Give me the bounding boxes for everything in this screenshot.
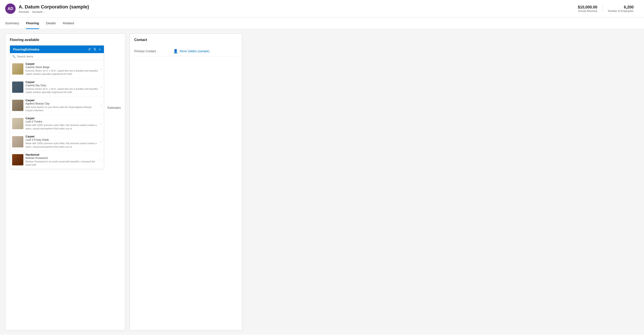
item-info: Carpet Lush II Tundra Made with 100% pre… xyxy=(26,117,98,130)
left-panel: Flooring available FlooringEstimates ↺ ⇅… xyxy=(5,33,125,330)
add-icon[interactable]: + xyxy=(99,48,101,51)
nav-tabs: Summary Flooring Details Related xyxy=(0,18,644,29)
header-title-block: A. Datum Corporation (sample) Account · … xyxy=(18,4,572,14)
contact-title: Contact xyxy=(134,38,238,42)
employees-label: Number of Employees xyxy=(608,10,634,13)
header-stats: $10,000.00 Annual Revenue 6,200 Number o… xyxy=(572,5,639,13)
page-title: A. Datum Corporation (sample) xyxy=(18,4,572,10)
chevron-right-icon: › xyxy=(101,104,102,107)
primary-contact-value[interactable]: 👤 Rene Valdes (sample) xyxy=(173,49,209,54)
flooring-subpanel: FlooringEstimates ↺ ⇅ + 🔍 Carpet Caserta… xyxy=(10,45,104,169)
estimates-label: Estimates xyxy=(108,106,121,109)
item-category: Carpet xyxy=(26,80,98,84)
subpanel-header: FlooringEstimates ↺ ⇅ + xyxy=(10,46,104,53)
header: AD A. Datum Corporation (sample) Account… xyxy=(0,0,644,18)
chevron-right-icon: › xyxy=(101,140,102,143)
item-category: Carpet xyxy=(26,99,98,102)
list-item[interactable]: Carpet Caserta Sky Grey Extreme Series 1… xyxy=(10,78,104,96)
list-item[interactable]: Carpet Ageless Beauty Clay Add some fash… xyxy=(10,96,104,115)
breadcrumb-account2-dropdown[interactable]: Account ⌄ xyxy=(32,10,45,14)
breadcrumb-dot: · xyxy=(30,10,31,14)
avatar: AD xyxy=(5,4,16,14)
item-info: Carpet Caserta Stone Beige Extreme Serie… xyxy=(26,62,98,76)
primary-contact-label: Primary Contact xyxy=(134,49,169,53)
list-item[interactable]: Carpet Lush II Frosty Glade Made with 10… xyxy=(10,133,104,151)
item-name: Lush II Tundra xyxy=(26,120,98,123)
primary-contact-name: Rene Valdes (sample) xyxy=(180,49,209,53)
annual-revenue-label: Annual Revenue xyxy=(578,10,597,13)
item-thumbnail xyxy=(12,82,24,93)
tab-flooring[interactable]: Flooring xyxy=(26,18,39,29)
chevron-right-icon: › xyxy=(101,67,102,71)
item-name: Caserta Sky Grey xyxy=(26,84,98,87)
item-thumbnail xyxy=(12,154,24,165)
item-category: Carpet xyxy=(26,135,98,138)
item-description: Made with 100% premium nylon fiber, this… xyxy=(26,124,98,130)
stat-employees: 6,200 Number of Employees xyxy=(602,5,639,13)
person-icon: 👤 xyxy=(173,49,178,54)
item-name: Ageless Beauty Clay xyxy=(26,102,98,105)
search-input[interactable] xyxy=(17,55,102,58)
item-description: Add some fashion to your floors with the… xyxy=(26,106,98,112)
item-name: Caserta Stone Beige xyxy=(26,66,98,69)
annual-revenue-value: $10,000.00 xyxy=(578,5,597,10)
flooring-available-title: Flooring available xyxy=(10,38,121,42)
stat-annual-revenue: $10,000.00 Annual Revenue xyxy=(572,5,602,13)
chevron-right-icon: › xyxy=(101,122,102,125)
primary-contact-row: Primary Contact 👤 Rene Valdes (sample) xyxy=(134,46,238,56)
item-description: Bolivian Rosewood is an exotic wood with… xyxy=(26,160,98,167)
item-thumbnail xyxy=(12,136,24,147)
items-list: Carpet Caserta Stone Beige Extreme Serie… xyxy=(10,60,104,169)
item-info: Carpet Caserta Sky Grey Extreme Series 1… xyxy=(26,80,98,94)
list-item[interactable]: Carpet Lush II Tundra Made with 100% pre… xyxy=(10,114,104,133)
main-content: Flooring available FlooringEstimates ↺ ⇅… xyxy=(0,29,644,335)
item-description: Made with 100% premium nylon fiber, this… xyxy=(26,142,98,148)
item-name: Lush II Frosty Glade xyxy=(26,138,98,141)
item-category: Hardwood xyxy=(26,153,98,156)
chevron-right-icon: › xyxy=(101,158,102,161)
chevron-down-icon: ⌄ xyxy=(43,11,45,13)
item-category: Carpet xyxy=(26,62,98,65)
subpanel-title: FlooringEstimates xyxy=(13,48,85,51)
item-description: Extreme Series 18 in. x 18 in. carpet ti… xyxy=(26,87,98,94)
item-thumbnail xyxy=(12,100,24,111)
list-item[interactable]: Hardwood Bolivian Rosewood Bolivian Rose… xyxy=(10,151,104,169)
breadcrumb-account1: Account xyxy=(18,10,29,14)
tab-summary[interactable]: Summary xyxy=(5,18,19,29)
item-info: Hardwood Bolivian Rosewood Bolivian Rose… xyxy=(26,153,98,167)
tab-related[interactable]: Related xyxy=(63,18,74,29)
item-thumbnail xyxy=(12,63,24,75)
item-info: Carpet Ageless Beauty Clay Add some fash… xyxy=(26,99,98,112)
right-panel: Contact Primary Contact 👤 Rene Valdes (s… xyxy=(130,33,242,330)
search-icon: 🔍 xyxy=(12,55,16,58)
item-thumbnail xyxy=(12,118,24,129)
list-item[interactable]: Carpet Caserta Stone Beige Extreme Serie… xyxy=(10,60,104,78)
sort-icon[interactable]: ⇅ xyxy=(93,47,96,51)
item-description: Extreme Series 18 in. x 18 in. carpet ti… xyxy=(26,69,98,76)
item-name: Bolivian Rosewood xyxy=(26,156,98,159)
tab-details[interactable]: Details xyxy=(46,18,56,29)
employees-value: 6,200 xyxy=(608,5,634,10)
subpanel-search-bar: 🔍 xyxy=(10,53,104,60)
breadcrumb: Account · Account ⌄ xyxy=(18,10,572,14)
breadcrumb-account2-label: Account xyxy=(32,10,42,14)
chevron-right-icon: › xyxy=(101,85,102,89)
item-info: Carpet Lush II Frosty Glade Made with 10… xyxy=(26,135,98,148)
refresh-icon[interactable]: ↺ xyxy=(88,47,91,51)
item-category: Carpet xyxy=(26,117,98,120)
